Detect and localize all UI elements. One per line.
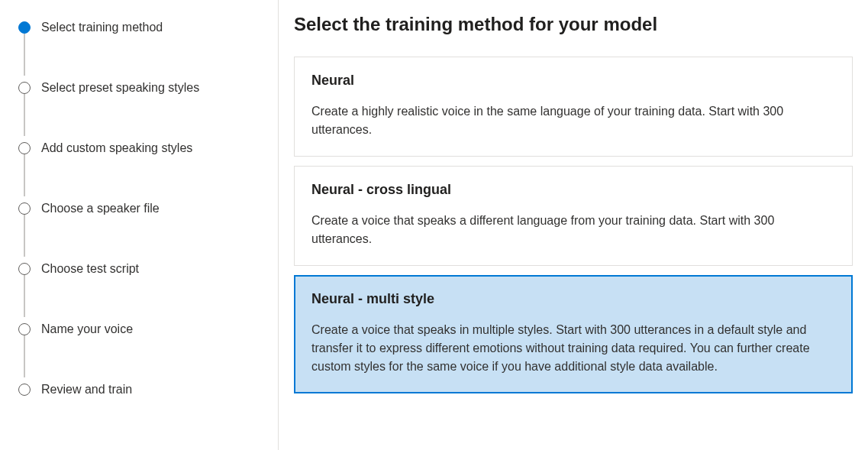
page-title: Select the training method for your mode… <box>294 14 853 35</box>
option-description: Create a highly realistic voice in the s… <box>311 102 835 139</box>
step-indicator-icon <box>18 82 31 94</box>
step-label: Choose test script <box>41 262 139 276</box>
option-neural[interactable]: Neural Create a highly realistic voice i… <box>294 57 853 157</box>
step-select-preset-speaking-styles[interactable]: Select preset speaking styles <box>18 79 263 97</box>
option-description: Create a voice that speaks a different l… <box>311 212 835 248</box>
step-choose-speaker-file[interactable]: Choose a speaker file <box>18 199 263 218</box>
main-content: Select the training method for your mode… <box>279 0 868 450</box>
step-indicator-icon <box>18 323 31 335</box>
step-indicator-icon <box>18 384 31 396</box>
step-name-your-voice[interactable]: Name your voice <box>18 320 263 338</box>
step-connector <box>24 335 25 377</box>
option-title: Neural - multi style <box>311 291 835 307</box>
step-label: Name your voice <box>41 322 133 336</box>
step-connector <box>24 94 25 136</box>
step-connector <box>24 275 25 317</box>
option-description: Create a voice that speaks in multiple s… <box>311 321 835 376</box>
step-label: Select preset speaking styles <box>41 81 199 95</box>
step-choose-test-script[interactable]: Choose test script <box>18 260 263 278</box>
step-add-custom-speaking-styles[interactable]: Add custom speaking styles <box>18 139 263 157</box>
step-connector <box>24 34 25 76</box>
step-connector <box>24 154 25 196</box>
step-list: Select training method Select preset spe… <box>18 18 263 399</box>
step-indicator-icon <box>18 263 31 275</box>
step-review-and-train[interactable]: Review and train <box>18 380 263 399</box>
step-label: Choose a speaker file <box>41 202 160 215</box>
option-neural-cross-lingual[interactable]: Neural - cross lingual Create a voice th… <box>294 166 853 266</box>
option-neural-multi-style[interactable]: Neural - multi style Create a voice that… <box>294 275 853 393</box>
step-label: Select training method <box>41 21 163 34</box>
step-indicator-icon <box>18 202 31 215</box>
option-title: Neural <box>311 73 835 89</box>
step-indicator-icon <box>18 21 31 34</box>
step-indicator-icon <box>18 142 31 154</box>
step-select-training-method[interactable]: Select training method <box>18 18 263 37</box>
option-title: Neural - cross lingual <box>311 182 835 198</box>
step-label: Add custom speaking styles <box>41 141 192 155</box>
step-connector <box>24 215 25 257</box>
wizard-steps-sidebar: Select training method Select preset spe… <box>0 0 279 450</box>
step-label: Review and train <box>41 383 132 397</box>
